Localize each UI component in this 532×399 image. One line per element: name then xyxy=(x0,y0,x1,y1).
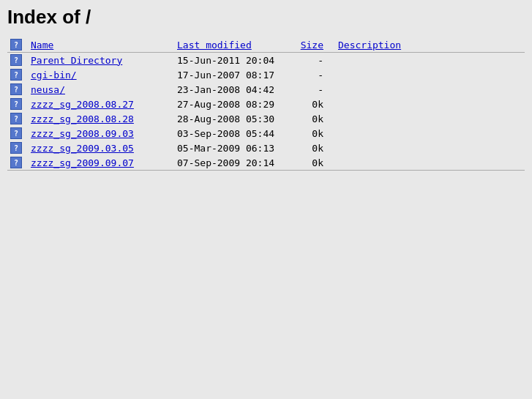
row-modified-cell: 07-Sep-2009 20:14 xyxy=(174,155,291,171)
row-name-cell: zzzz_sg_2008.09.03 xyxy=(28,126,174,141)
row-modified-cell: 23-Jan-2008 04:42 xyxy=(174,82,291,97)
row-description-cell xyxy=(335,67,525,82)
row-size-cell: - xyxy=(291,67,335,82)
row-name-cell: zzzz_sg_2008.08.27 xyxy=(28,97,174,111)
table-row: ?zzzz_sg_2008.08.2727-Aug-2008 08:290k xyxy=(7,97,525,111)
row-size-cell: 0k xyxy=(291,97,335,111)
row-size-cell: - xyxy=(291,82,335,97)
row-modified-cell: 05-Mar-2009 06:13 xyxy=(174,141,291,155)
table-row: ?neusa/23-Jan-2008 04:42- xyxy=(7,82,525,97)
file-icon: ? xyxy=(10,113,22,124)
file-icon: ? xyxy=(10,98,22,110)
file-link[interactable]: zzzz_sg_2009.09.07 xyxy=(31,157,134,168)
row-name-cell: neusa/ xyxy=(28,82,174,97)
row-size-cell: 0k xyxy=(291,111,335,126)
row-description-cell xyxy=(335,155,525,171)
table-row: ?Parent Directory15-Jun-2011 20:04- xyxy=(7,53,525,68)
header-icon: ? xyxy=(10,39,22,51)
row-name-cell: cgi-bin/ xyxy=(28,67,174,82)
row-size-cell: - xyxy=(291,53,335,68)
file-link[interactable]: zzzz_sg_2009.03.05 xyxy=(31,143,134,154)
sort-desc-link[interactable]: Description xyxy=(338,40,401,51)
file-link[interactable]: zzzz_sg_2008.08.28 xyxy=(31,113,134,124)
row-description-cell xyxy=(335,126,525,141)
header-icon-col: ? xyxy=(7,37,28,53)
file-link[interactable]: cgi-bin/ xyxy=(31,70,77,81)
row-modified-cell: 03-Sep-2008 05:44 xyxy=(174,126,291,141)
page-heading: Index of / xyxy=(7,6,525,29)
row-description-cell xyxy=(335,53,525,68)
row-name-cell: zzzz_sg_2009.03.05 xyxy=(28,141,174,155)
sort-modified-link[interactable]: Last modified xyxy=(177,40,252,51)
row-description-cell xyxy=(335,141,525,155)
row-modified-cell: 15-Jun-2011 20:04 xyxy=(174,53,291,68)
table-row: ?zzzz_sg_2009.09.0707-Sep-2009 20:140k xyxy=(7,155,525,171)
header-name: Name xyxy=(28,37,174,53)
row-description-cell xyxy=(335,82,525,97)
file-icon: ? xyxy=(10,127,22,139)
row-icon-cell: ? xyxy=(7,97,28,111)
file-link[interactable]: zzzz_sg_2008.09.03 xyxy=(31,128,134,139)
file-icon: ? xyxy=(10,69,22,81)
row-icon-cell: ? xyxy=(7,53,28,68)
row-size-cell: 0k xyxy=(291,155,335,171)
header-modified: Last modified xyxy=(174,37,291,53)
file-icon: ? xyxy=(10,83,22,95)
sort-name-link[interactable]: Name xyxy=(31,40,53,51)
file-link[interactable]: neusa/ xyxy=(31,84,65,95)
file-icon: ? xyxy=(10,157,22,168)
row-icon-cell: ? xyxy=(7,82,28,97)
table-row: ?zzzz_sg_2008.08.2828-Aug-2008 05:300k xyxy=(7,111,525,126)
row-size-cell: 0k xyxy=(291,126,335,141)
table-row: ?zzzz_sg_2008.09.0303-Sep-2008 05:440k xyxy=(7,126,525,141)
header-description: Description xyxy=(335,37,525,53)
row-icon-cell: ? xyxy=(7,126,28,141)
row-icon-cell: ? xyxy=(7,67,28,82)
row-modified-cell: 17-Jun-2007 08:17 xyxy=(174,67,291,82)
row-modified-cell: 28-Aug-2008 05:30 xyxy=(174,111,291,126)
row-description-cell xyxy=(335,111,525,126)
file-link[interactable]: zzzz_sg_2008.08.27 xyxy=(31,99,134,110)
table-row: ?cgi-bin/17-Jun-2007 08:17- xyxy=(7,67,525,82)
row-name-cell: Parent Directory xyxy=(28,53,174,68)
row-modified-cell: 27-Aug-2008 08:29 xyxy=(174,97,291,111)
row-icon-cell: ? xyxy=(7,141,28,155)
file-link[interactable]: Parent Directory xyxy=(31,55,122,66)
row-name-cell: zzzz_sg_2008.08.28 xyxy=(28,111,174,126)
row-icon-cell: ? xyxy=(7,111,28,126)
header-size: Size xyxy=(291,37,335,53)
table-row: ?zzzz_sg_2009.03.0505-Mar-2009 06:130k xyxy=(7,141,525,155)
file-icon: ? xyxy=(10,54,22,66)
row-name-cell: zzzz_sg_2009.09.07 xyxy=(28,155,174,171)
sort-size-link[interactable]: Size xyxy=(301,40,323,51)
row-description-cell xyxy=(335,97,525,111)
file-icon: ? xyxy=(10,142,22,154)
row-size-cell: 0k xyxy=(291,141,335,155)
row-icon-cell: ? xyxy=(7,155,28,171)
